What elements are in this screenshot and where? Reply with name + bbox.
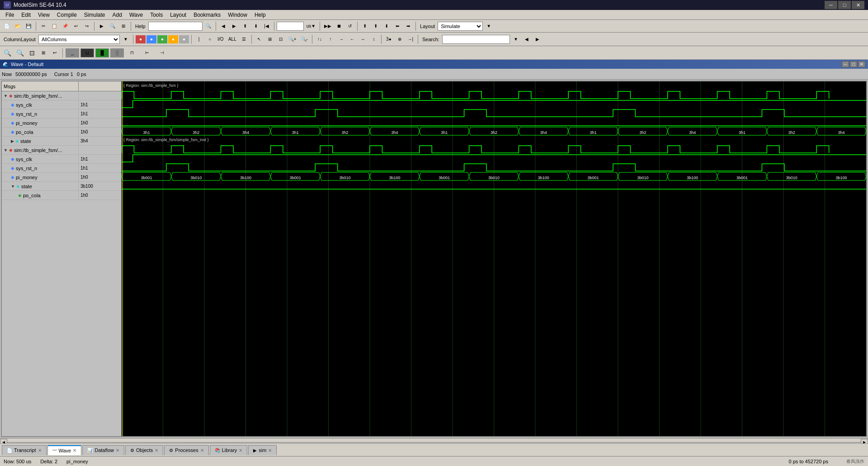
waveform-pane[interactable]: [122, 81, 866, 436]
zoom-prev-btn[interactable]: ↩: [50, 48, 60, 58]
menu-tools[interactable]: Tools: [146, 11, 166, 19]
tb-layout-go[interactable]: ▼: [484, 21, 494, 31]
tb-wave4[interactable]: ⬇: [251, 21, 261, 31]
menu-add[interactable]: Add: [109, 11, 126, 19]
tb-arrow-down[interactable]: ⬇: [382, 21, 392, 31]
tab-objects-close[interactable]: ✕: [155, 448, 158, 453]
tb-color2[interactable]: ●: [146, 35, 156, 43]
sig-row-grp1[interactable]: ▼ ◆ sim:/tb_simple_fsm/...: [2, 91, 121, 100]
tb-filter[interactable]: ☰: [239, 34, 249, 44]
tb-copy[interactable]: 📋: [49, 21, 59, 31]
tab-dataflow-close[interactable]: ✕: [116, 448, 119, 453]
sig-row-s1c2[interactable]: ◆ sys_rst_n 1h1: [2, 109, 121, 119]
tab-sim[interactable]: ▶ sim ✕: [248, 445, 277, 455]
expand-s1c5[interactable]: ▶: [11, 139, 14, 143]
zoom-fit-btn[interactable]: ⊡: [27, 48, 37, 58]
zoom-in-btn[interactable]: 🔍: [14, 48, 26, 58]
menu-wave[interactable]: Wave: [126, 11, 146, 19]
menu-file[interactable]: File: [2, 11, 18, 19]
sig-row-s1c1[interactable]: ◆ sys_clk 1h1: [2, 100, 121, 109]
sig-row-s2c6[interactable]: ◆ po_cola 1h0: [2, 191, 121, 200]
tab-transcript-close[interactable]: ✕: [38, 448, 42, 453]
time-input[interactable]: 500us: [277, 22, 304, 31]
col-layout-dropdown[interactable]: AllColumns: [38, 35, 120, 44]
tab-processes-close[interactable]: ✕: [200, 448, 204, 453]
sig-row-s1c3[interactable]: ◆ pi_money 1h0: [2, 119, 121, 128]
tb-arrow-right[interactable]: ➡: [403, 21, 413, 31]
tb-expand3[interactable]: →|: [406, 34, 415, 44]
tb-search-go[interactable]: ▼: [511, 34, 521, 44]
tab-sim-close[interactable]: ✕: [268, 448, 272, 453]
tb-select2[interactable]: ⊞: [265, 34, 275, 44]
tb-color4[interactable]: ●: [168, 35, 178, 43]
zoom-out-btn[interactable]: 🔍: [2, 48, 13, 58]
tb-sim1[interactable]: ▶▶: [322, 21, 333, 31]
help-input[interactable]: [148, 22, 203, 31]
zoom-area-btn[interactable]: ⊞: [38, 48, 48, 58]
sig-row-grp2[interactable]: ▼ ◆ sim:/tb_simple_fsm/...: [2, 146, 121, 155]
tab-processes[interactable]: ⚙ Processes ✕: [164, 445, 208, 455]
tb-help-go[interactable]: 🔍: [203, 21, 213, 31]
wave-shape4[interactable]: ░: [110, 48, 124, 57]
tb-col-dropdown[interactable]: ▼: [121, 34, 131, 44]
tb-search-prev[interactable]: ◀: [522, 34, 532, 44]
tab-transcript[interactable]: 📄 Transcript ✕: [2, 445, 47, 455]
sig-row-s2c5[interactable]: ▼ ◆ state 3b100: [2, 182, 121, 191]
wave-close-btn[interactable]: ✕: [858, 61, 865, 67]
sig-row-s1c4[interactable]: ◆ po_cola 1h0: [2, 128, 121, 137]
tb-undo[interactable]: ↩: [71, 21, 81, 31]
tb-grid[interactable]: ⊞: [118, 21, 128, 31]
menu-view[interactable]: View: [34, 11, 53, 19]
tb-find[interactable]: 🔍: [108, 21, 118, 31]
tb-sig2[interactable]: ↑: [326, 34, 335, 44]
tb-zoom-fit[interactable]: ⊡: [276, 34, 286, 44]
tb-all-mode[interactable]: ALL: [226, 34, 238, 44]
menu-layout[interactable]: Layout: [166, 11, 190, 19]
close-button[interactable]: ✕: [852, 1, 864, 9]
tab-objects[interactable]: ⚙ Objects ✕: [125, 445, 163, 455]
menu-window[interactable]: Window: [224, 11, 251, 19]
tb-sig1[interactable]: ↑↓: [315, 34, 325, 44]
tb-select[interactable]: ↖: [254, 34, 264, 44]
tb-arrow-up[interactable]: ⬆: [360, 21, 370, 31]
wave-min-btn[interactable]: ─: [842, 61, 849, 67]
wave-shape2[interactable]: ⊔: [80, 48, 94, 57]
sig-row-s2c1[interactable]: ◆ sys_clk 1h1: [2, 155, 121, 164]
menu-simulate[interactable]: Simulate: [80, 11, 109, 19]
tb-zoom-in[interactable]: 🔍+: [287, 34, 298, 44]
expand-grp1[interactable]: ▼: [4, 94, 8, 98]
wave-shape3[interactable]: █: [95, 48, 109, 57]
waveform-canvas[interactable]: [122, 81, 866, 436]
layout-dropdown[interactable]: Simulate: [438, 22, 483, 31]
tb-circle-mode[interactable]: ○: [205, 34, 215, 44]
expand-s2c5[interactable]: ▼: [11, 184, 15, 189]
search-input[interactable]: [442, 35, 510, 44]
scrollbar-track[interactable]: [7, 442, 861, 443]
menu-compile[interactable]: Compile: [53, 11, 80, 19]
tb-time-unit[interactable]: us▼: [305, 21, 317, 31]
signal-list[interactable]: ▼ ◆ sim:/tb_simple_fsm/... ◆ sys_clk 1h1: [2, 91, 121, 436]
tb-open[interactable]: 📂: [13, 21, 23, 31]
restore-button[interactable]: □: [838, 1, 851, 9]
tb-save[interactable]: 💾: [24, 21, 33, 31]
tb-cursor-mode[interactable]: |: [194, 34, 204, 44]
tab-library[interactable]: 📚 Library ✕: [210, 445, 248, 455]
tb-paste[interactable]: 📌: [60, 21, 70, 31]
tb-sig4[interactable]: ←: [347, 34, 357, 44]
tb-search-next[interactable]: ▶: [533, 34, 542, 44]
tb-zoom-out[interactable]: 🔍-: [299, 34, 310, 44]
tb-sig5[interactable]: ↔: [358, 34, 368, 44]
tb-wave3[interactable]: ⬆: [240, 21, 250, 31]
tb-run[interactable]: ▶: [97, 21, 107, 31]
wave-max-btn[interactable]: □: [850, 61, 857, 67]
tb-new[interactable]: 📄: [2, 21, 12, 31]
sig-row-s2c3[interactable]: ◆ pi_money 1h0: [2, 173, 121, 182]
tb-wave2[interactable]: ▶: [229, 21, 239, 31]
tab-wave-close[interactable]: ✕: [73, 448, 76, 453]
wave-shape6[interactable]: ⊢: [140, 48, 154, 57]
wave-shape5[interactable]: ⊓: [125, 48, 139, 57]
tb-arrow-left[interactable]: ⬅: [392, 21, 402, 31]
tb-arrow-up2[interactable]: ⬆: [371, 21, 381, 31]
tb-sim3[interactable]: ↺: [345, 21, 355, 31]
tb-redo[interactable]: ↪: [82, 21, 92, 31]
